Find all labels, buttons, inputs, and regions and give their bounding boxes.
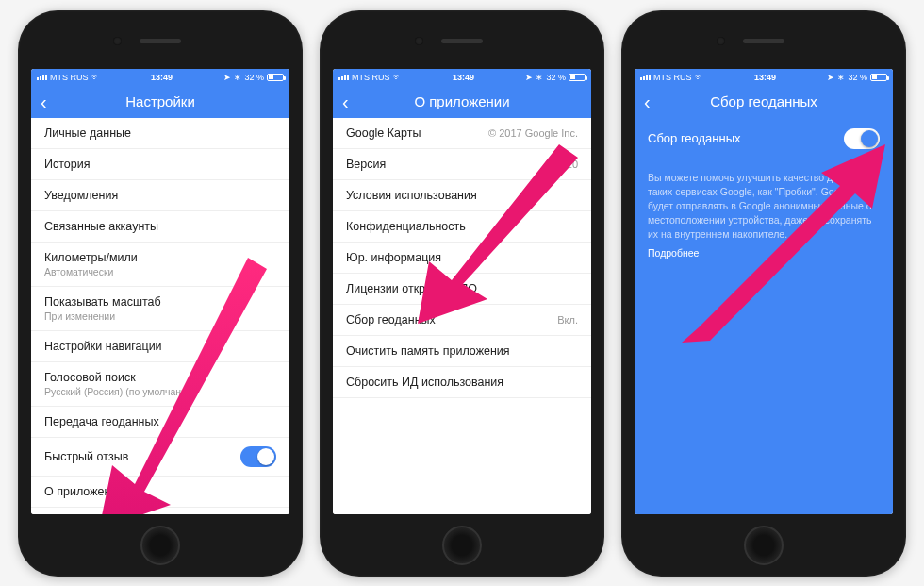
signal-icon <box>37 75 47 80</box>
row-label: Личные данные <box>44 126 131 140</box>
row-sublabel: Русский (Россия) (по умолчанию) <box>44 386 197 397</box>
bluetooth-icon: ∗ <box>536 73 543 82</box>
back-button[interactable]: ‹ <box>342 91 349 112</box>
wifi-icon: ᯤ <box>91 73 100 82</box>
settings-row[interactable]: Уведомления <box>31 180 289 211</box>
about-row[interactable]: Юр. информация <box>333 243 591 274</box>
settings-row[interactable]: Голосовой поискРусский (Россия) (по умол… <box>31 362 289 407</box>
home-button[interactable] <box>442 526 482 565</box>
location-icon: ➤ <box>223 73 231 82</box>
about-row[interactable]: Очистить память приложения <box>333 336 591 367</box>
row-sublabel: При изменении <box>44 310 161 322</box>
back-button[interactable]: ‹ <box>644 91 651 112</box>
about-row[interactable]: Условия использования <box>333 180 591 211</box>
settings-row[interactable]: Связанные аккаунты <box>31 211 289 243</box>
about-row[interactable]: Сбросить ИД использования <box>333 367 591 398</box>
description-text: Вы можете помочь улучшить качество данны… <box>635 159 893 272</box>
home-button[interactable] <box>744 526 784 565</box>
nav-bar: ‹ Настройки <box>31 86 289 118</box>
about-row[interactable]: Google Карты© 2017 Google Inc. <box>333 118 591 149</box>
status-bar: MTS RUS ᯤ 13:49 ➤ ∗ 32 % <box>635 69 893 86</box>
carrier-label: MTS RUS <box>50 73 89 82</box>
row-label: Голосовой поиск <box>44 371 136 384</box>
settings-row[interactable]: Километры/милиАвтоматически <box>31 243 289 287</box>
about-row[interactable]: Сбор геоданныхВкл. <box>333 305 591 336</box>
screen-3: MTS RUS ᯤ 13:49 ➤ ∗ 32 % ‹ Сбор геоданны… <box>635 69 893 514</box>
page-title: О приложении <box>414 93 509 109</box>
battery-icon <box>267 74 284 81</box>
row-label: Настройки навигации <box>44 340 162 353</box>
speaker <box>441 39 483 43</box>
phone-frame-1: MTS RUS ᯤ 13:49 ➤ ∗ 32 % ‹ Настройки Лич… <box>18 10 303 577</box>
camera <box>717 37 725 45</box>
bluetooth-icon: ∗ <box>837 73 845 82</box>
geodata-toggle-row[interactable]: Сбор геоданных <box>635 118 893 159</box>
row-label: Очистить память приложения <box>346 344 510 358</box>
row-label: О приложении <box>44 485 124 498</box>
bluetooth-icon: ∗ <box>234 73 241 82</box>
about-row[interactable]: Лицензии открытого ПО <box>333 274 591 305</box>
row-label: Версия <box>346 158 386 171</box>
settings-row[interactable]: Личные данные <box>31 118 289 149</box>
settings-list: Личные данныеИсторияУведомленияСвязанные… <box>31 118 289 514</box>
row-value: Вкл. <box>557 314 578 326</box>
settings-row[interactable]: Показывать масштабПри изменении <box>31 287 289 331</box>
nav-bar: ‹ Сбор геоданных <box>635 86 893 118</box>
learn-more-link[interactable]: Подробнее <box>648 246 699 260</box>
wifi-icon: ᯤ <box>695 73 703 82</box>
status-bar: MTS RUS ᯤ 13:49 ➤ ∗ 32 % <box>31 69 289 86</box>
battery-icon <box>569 74 586 81</box>
row-label: Уведомления <box>44 189 118 202</box>
settings-row[interactable]: Настройки навигации <box>31 331 289 362</box>
speaker <box>140 39 181 43</box>
battery-pct: 32 % <box>244 73 264 82</box>
about-row[interactable]: Версия4.41.10 <box>333 149 591 180</box>
row-value: © 2017 Google Inc. <box>488 127 578 139</box>
row-label: Условия использования <box>346 189 477 202</box>
settings-row[interactable]: Быстрый отзыв <box>31 438 289 477</box>
about-row[interactable]: Конфиденциальность <box>333 211 591 243</box>
row-label: Быстрый отзыв <box>44 450 128 463</box>
clock: 13:49 <box>453 73 474 82</box>
about-list: Google Карты© 2017 Google Inc.Версия4.41… <box>333 118 591 514</box>
row-label: Юр. информация <box>346 251 441 264</box>
settings-row[interactable]: Передача геоданных <box>31 407 289 438</box>
screen-2: MTS RUS ᯤ 13:49 ➤ ∗ 32 % ‹ О приложении … <box>333 69 591 514</box>
toggle-label: Сбор геоданных <box>648 131 741 145</box>
battery-pct: 32 % <box>546 73 566 82</box>
row-sublabel: Автоматически <box>44 266 138 277</box>
nav-bar: ‹ О приложении <box>333 86 591 118</box>
battery-pct: 32 % <box>848 73 867 82</box>
wifi-icon: ᯤ <box>393 73 402 82</box>
screen-1: MTS RUS ᯤ 13:49 ➤ ∗ 32 % ‹ Настройки Лич… <box>31 69 289 514</box>
toggle-switch[interactable] <box>240 446 276 467</box>
row-label: История <box>44 158 90 171</box>
toggle-switch[interactable] <box>844 128 880 149</box>
geodata-panel: Сбор геоданных .phone:nth-child(4) .togg… <box>635 118 893 514</box>
location-icon: ➤ <box>525 73 533 82</box>
carrier-label: MTS RUS <box>653 73 692 82</box>
page-title: Сбор геоданных <box>710 93 817 109</box>
location-icon: ➤ <box>827 73 834 82</box>
signal-icon <box>640 75 651 80</box>
clock: 13:49 <box>754 73 776 82</box>
row-label: Показывать масштаб <box>44 295 161 309</box>
signal-icon <box>338 75 349 80</box>
back-button[interactable]: ‹ <box>41 91 47 112</box>
home-button[interactable] <box>140 526 180 565</box>
speaker <box>743 39 784 43</box>
camera <box>415 37 423 45</box>
row-label: Google Карты <box>346 126 421 140</box>
row-label: Километры/мили <box>44 251 138 264</box>
settings-row[interactable]: О приложении <box>31 477 289 508</box>
settings-row[interactable]: История <box>31 149 289 180</box>
row-label: Сбросить ИД использования <box>346 376 503 389</box>
row-label: Сбор геоданных <box>346 313 436 326</box>
camera <box>113 37 122 45</box>
row-value: 4.41.10 <box>543 159 578 170</box>
row-label: Конфиденциальность <box>346 220 466 233</box>
clock: 13:49 <box>151 73 173 82</box>
phone-frame-3: MTS RUS ᯤ 13:49 ➤ ∗ 32 % ‹ Сбор геоданны… <box>621 10 906 577</box>
row-label: Лицензии открытого ПО <box>346 282 477 295</box>
battery-icon <box>870 74 887 81</box>
